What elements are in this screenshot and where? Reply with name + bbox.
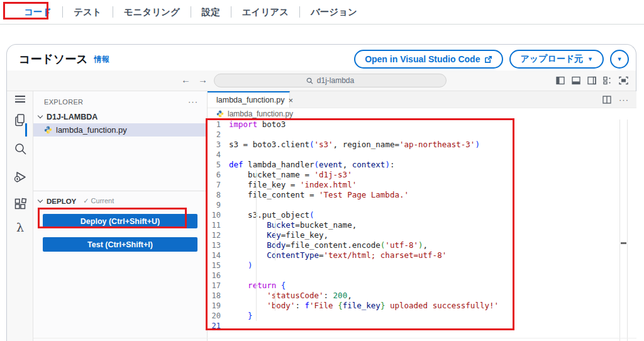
line-number: 13 — [208, 240, 229, 250]
toggle-left-panel-icon[interactable] — [556, 76, 565, 85]
scrollbar-mark — [621, 242, 626, 244]
line-number: 3 — [208, 140, 229, 150]
code-line[interactable]: 19 'body': f'File {file_key} uploaded su… — [208, 301, 636, 311]
deploy-section-title: DEPLOY — [47, 198, 76, 205]
ide-toolbar: ← → d1j-lambda — [7, 70, 636, 91]
code-line[interactable]: 15 ) — [208, 260, 636, 271]
tree-file-lambda-function[interactable]: lambda_function.py — [33, 123, 207, 137]
line-number: 14 — [208, 250, 229, 260]
line-number: 6 — [208, 170, 229, 180]
tree-folder-d1j-lambda[interactable]: D1J-LAMBDA — [33, 110, 207, 123]
toggle-bottom-panel-icon[interactable] — [572, 76, 580, 85]
more-actions-button[interactable]: ▼ — [610, 50, 629, 69]
bottom-divider — [33, 338, 636, 338]
code-line[interactable]: 3s3 = boto3.client('s3', region_name='ap… — [208, 140, 636, 150]
command-search-input[interactable]: d1j-lambda — [214, 74, 447, 87]
history-back-icon[interactable]: ← — [181, 74, 191, 85]
extensions-icon[interactable] — [7, 198, 33, 211]
customize-layout-icon[interactable] — [603, 76, 612, 85]
line-number: 7 — [208, 180, 229, 190]
editor-area: lambda_function.py × ··· lambda_function… — [208, 91, 636, 341]
code-line[interactable]: 9 — [208, 200, 636, 210]
line-number: 16 — [208, 271, 229, 281]
tab-aliases[interactable]: エイリアス — [231, 6, 299, 18]
code-line[interactable]: 12 Key=file_key, — [208, 230, 636, 240]
editor-more-icon[interactable]: ··· — [619, 95, 629, 104]
code-line[interactable]: 18 'statusCode': 200, — [208, 291, 636, 301]
aws-lambda-icon[interactable]: λ — [7, 220, 33, 234]
explorer-icon[interactable] — [7, 113, 33, 127]
fit-screen-icon[interactable] — [619, 76, 628, 85]
open-vscode-button[interactable]: Open in Visual Studio Code — [354, 50, 503, 69]
test-button[interactable]: Test (Ctrl+Shift+I) — [43, 237, 197, 252]
indent-guide — [275, 220, 275, 260]
close-tab-icon[interactable]: × — [288, 96, 293, 105]
editor-tab-lambda-function[interactable]: lambda_function.py × — [208, 91, 290, 108]
tab-test[interactable]: テスト — [63, 6, 113, 18]
line-number: 17 — [208, 281, 229, 291]
explorer-panel: EXPLORER ··· D1J-LAMBDA lambda_function.… — [33, 91, 208, 341]
active-view-indicator — [25, 123, 27, 137]
caret-down-icon: ▼ — [617, 57, 623, 62]
upload-source-button[interactable]: アップロード元 ▼ — [509, 50, 604, 69]
line-number: 11 — [208, 220, 229, 230]
external-link-icon — [484, 55, 492, 64]
code-line[interactable]: 17 return { — [208, 281, 636, 291]
code-line[interactable]: 8 file_content = 'Test Page Lambda.' — [208, 190, 636, 200]
python-file-icon — [216, 110, 224, 118]
history-forward-icon[interactable]: → — [198, 74, 208, 85]
deploy-button[interactable]: Deploy (Ctrl+Shift+U) — [43, 214, 197, 228]
line-number: 12 — [208, 230, 229, 240]
code-line[interactable]: 4 — [208, 150, 636, 160]
page-title: コードソース — [19, 52, 88, 67]
breadcrumb[interactable]: lambda_function.py — [208, 108, 636, 120]
deploy-section: DEPLOY ✓ Current Deploy (Ctrl+Shift+U) T… — [33, 191, 207, 252]
toggle-right-panel-icon[interactable] — [587, 76, 596, 85]
tab-code[interactable]: コード — [13, 6, 62, 18]
code-lines[interactable]: 1import boto323s3 = boto3.client('s3', r… — [208, 120, 636, 331]
code-line[interactable]: 13 Body=file_content.encode('utf-8'), — [208, 240, 636, 250]
split-editor-icon[interactable] — [602, 96, 611, 104]
line-number: 20 — [208, 311, 229, 321]
line-number: 18 — [208, 291, 229, 301]
line-number: 21 — [208, 321, 229, 331]
run-debug-icon[interactable] — [7, 170, 33, 184]
code-line[interactable]: 2 — [208, 130, 636, 140]
code-line[interactable]: 5def lambda_handler(event, context): — [208, 160, 636, 170]
code-line[interactable]: 20 } — [208, 311, 636, 321]
search-sidebar-icon[interactable] — [7, 142, 33, 155]
lambda-console-screen: コード テスト モニタリング 設定 エイリアス バージョン コードソース 情報 … — [0, 0, 644, 341]
indent-guide — [275, 291, 275, 311]
editor-tab-bar: lambda_function.py × ··· — [208, 91, 636, 108]
code-line[interactable]: 14 ContentType='text/html; charset=utf-8… — [208, 250, 636, 260]
tab-versions[interactable]: バージョン — [300, 6, 368, 18]
card-header: コードソース 情報 Open in Visual Studio Code アップ… — [19, 49, 629, 69]
deploy-status: ✓ Current — [83, 197, 114, 205]
function-tab-bar: コード テスト モニタリング 設定 エイリアス バージョン — [0, 0, 644, 25]
line-number: 1 — [208, 120, 229, 130]
line-number: 15 — [208, 260, 229, 271]
search-value: d1j-lambda — [317, 76, 354, 85]
editor-scrollbar[interactable] — [619, 120, 628, 341]
info-link[interactable]: 情報 — [94, 54, 109, 65]
chevron-down-icon — [38, 113, 43, 118]
explorer-more-icon[interactable]: ··· — [188, 97, 198, 106]
chevron-down-icon[interactable] — [38, 198, 43, 203]
code-line[interactable]: 10 s3.put_object( — [208, 210, 636, 220]
caret-down-icon: ▼ — [587, 57, 593, 62]
indent-guide — [256, 170, 257, 321]
tab-settings[interactable]: 設定 — [191, 6, 231, 18]
line-number: 10 — [208, 210, 229, 220]
tab-monitoring[interactable]: モニタリング — [113, 6, 191, 18]
search-icon — [306, 77, 313, 84]
code-line[interactable]: 21 — [208, 321, 636, 331]
activity-bar: λ — [7, 91, 33, 341]
code-line[interactable]: 6 bucket_name = 'd1j-s3' — [208, 170, 636, 180]
code-line[interactable]: 1import boto3 — [208, 120, 636, 130]
menu-hamburger-icon[interactable] — [7, 96, 33, 103]
code-line[interactable]: 7 file_key = 'index.html' — [208, 180, 636, 190]
code-line[interactable]: 11 Bucket=bucket_name, — [208, 220, 636, 230]
line-number: 4 — [208, 150, 229, 160]
code-line[interactable]: 16 — [208, 271, 636, 281]
line-number: 9 — [208, 200, 229, 210]
